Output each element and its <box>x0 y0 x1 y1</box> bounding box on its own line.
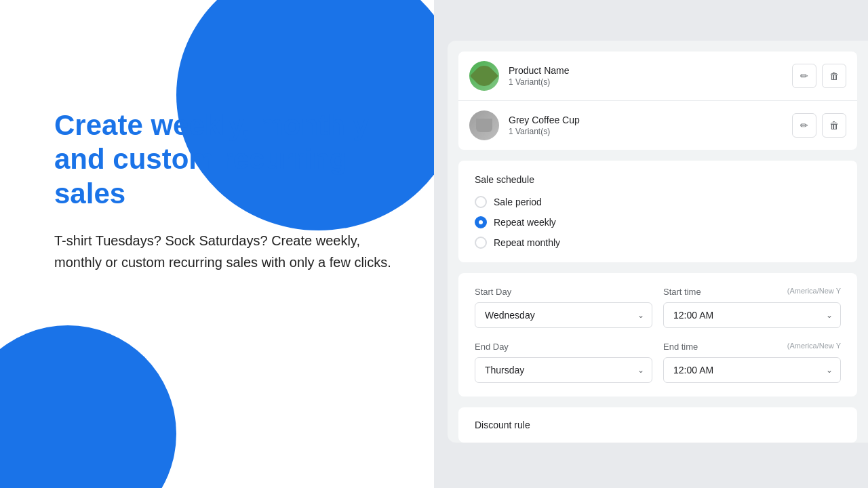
radio-circle-sale-period <box>475 196 487 208</box>
start-time-select[interactable]: 12:00 AM 12:30 AM 1:00 AM 6:00 AM 12:00 … <box>663 302 841 328</box>
product-name: Grey Coffee Cup <box>509 115 792 125</box>
left-content: Create weekly, monthly and custom recurr… <box>0 0 434 273</box>
start-day-label: Start Day <box>475 287 652 297</box>
avatar <box>469 61 499 91</box>
edit-icon: ✏ <box>800 120 808 131</box>
end-day-field: End Day Sunday Monday Tuesday Wednesday … <box>475 342 652 383</box>
product-variants: 1 Variant(s) <box>509 77 792 87</box>
product-image <box>470 62 498 90</box>
sale-schedule-section: Sale schedule Sale period Repeat weekly … <box>458 161 857 262</box>
discount-section: Discount rule <box>458 407 857 443</box>
end-day-label: End Day <box>475 342 652 352</box>
product-info: Grey Coffee Cup 1 Variant(s) <box>509 115 792 136</box>
start-day-field: Start Day Sunday Monday Tuesday Wednesda… <box>475 287 652 328</box>
schedule-label: Sale schedule <box>475 174 841 185</box>
product-variants: 1 Variant(s) <box>509 127 792 136</box>
main-subtext: T-shirt Tuesdays? Sock Saturdays? Create… <box>54 230 393 273</box>
radio-label-sale-period: Sale period <box>494 197 542 207</box>
delete-icon: 🗑 <box>829 70 839 81</box>
product-actions: ✏ 🗑 <box>792 64 846 88</box>
end-time-field: End time (America/New Y 12:00 AM 12:30 A… <box>663 342 841 383</box>
radio-circle-repeat-monthly <box>475 237 487 249</box>
schedule-options: Sale period Repeat weekly Repeat monthly <box>475 196 841 249</box>
end-row: End Day Sunday Monday Tuesday Wednesday … <box>475 342 841 383</box>
end-day-select-wrapper: Sunday Monday Tuesday Wednesday Thursday… <box>475 357 652 383</box>
edit-icon: ✏ <box>800 70 808 81</box>
product-actions: ✏ 🗑 <box>792 113 846 138</box>
day-time-section: Start Day Sunday Monday Tuesday Wednesda… <box>458 273 857 396</box>
left-panel: Create weekly, monthly and custom recurr… <box>0 0 434 488</box>
radio-item-sale-period[interactable]: Sale period <box>475 196 841 208</box>
radio-item-repeat-weekly[interactable]: Repeat weekly <box>475 216 841 228</box>
table-row: Product Name 1 Variant(s) ✏ 🗑 <box>458 52 857 101</box>
end-time-select[interactable]: 12:00 AM 12:30 AM 1:00 AM 6:00 AM 12:00 … <box>663 357 841 383</box>
radio-label-repeat-monthly: Repeat monthly <box>494 237 560 248</box>
start-time-select-wrapper: 12:00 AM 12:30 AM 1:00 AM 6:00 AM 12:00 … <box>663 302 841 328</box>
edit-button[interactable]: ✏ <box>792 64 816 88</box>
product-list: Product Name 1 Variant(s) ✏ 🗑 G <box>458 52 857 150</box>
end-timezone-label: (America/New Y <box>787 342 841 350</box>
main-headline: Create weekly, monthly and custom recurr… <box>54 108 393 211</box>
discount-label: Discount rule <box>475 420 841 430</box>
start-day-select[interactable]: Sunday Monday Tuesday Wednesday Thursday… <box>475 302 652 328</box>
product-name: Product Name <box>509 65 792 76</box>
start-timezone-label: (America/New Y <box>787 287 841 295</box>
end-time-label: End time (America/New Y <box>663 342 841 352</box>
start-day-select-wrapper: Sunday Monday Tuesday Wednesday Thursday… <box>475 302 652 328</box>
product-image <box>476 119 492 132</box>
product-info: Product Name 1 Variant(s) <box>509 65 792 87</box>
start-row: Start Day Sunday Monday Tuesday Wednesda… <box>475 287 841 328</box>
start-time-field: Start time (America/New Y 12:00 AM 12:30… <box>663 287 841 328</box>
radio-label-repeat-weekly: Repeat weekly <box>494 217 556 228</box>
start-time-label: Start time (America/New Y <box>663 287 841 297</box>
blue-blob-bottom <box>0 325 176 488</box>
avatar <box>469 110 499 140</box>
right-panel: Product Name 1 Variant(s) ✏ 🗑 G <box>434 0 868 488</box>
delete-button[interactable]: 🗑 <box>822 113 846 138</box>
end-time-select-wrapper: 12:00 AM 12:30 AM 1:00 AM 6:00 AM 12:00 … <box>663 357 841 383</box>
delete-icon: 🗑 <box>829 120 839 131</box>
end-day-select[interactable]: Sunday Monday Tuesday Wednesday Thursday… <box>475 357 652 383</box>
right-inner: Product Name 1 Variant(s) ✏ 🗑 G <box>448 41 868 443</box>
radio-circle-repeat-weekly <box>475 216 487 228</box>
delete-button[interactable]: 🗑 <box>822 64 846 88</box>
table-row: Grey Coffee Cup 1 Variant(s) ✏ 🗑 <box>458 101 857 150</box>
radio-item-repeat-monthly[interactable]: Repeat monthly <box>475 237 841 249</box>
edit-button[interactable]: ✏ <box>792 113 816 138</box>
